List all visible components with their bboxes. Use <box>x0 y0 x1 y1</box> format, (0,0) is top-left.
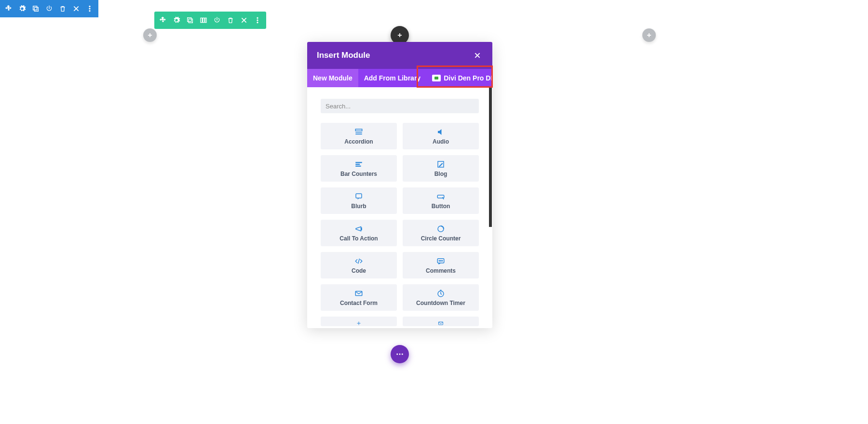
button-icon <box>436 192 445 201</box>
gear-icon[interactable] <box>16 3 28 14</box>
tab-divi-den-pro[interactable]: Divi Den Pro DM <box>426 69 492 87</box>
svg-rect-0 <box>33 6 37 10</box>
comments-icon <box>436 257 445 265</box>
svg-rect-7 <box>201 18 202 22</box>
svg-rect-13 <box>355 129 362 131</box>
close-icon[interactable] <box>238 14 250 26</box>
module-label: Audio <box>433 138 449 145</box>
module-label: Blurb <box>351 203 366 210</box>
svg-rect-1 <box>34 7 38 11</box>
svg-point-10 <box>257 17 258 19</box>
scrollbar[interactable] <box>489 87 492 227</box>
svg-point-30 <box>396 354 398 355</box>
move-icon[interactable] <box>3 3 14 14</box>
module-partial[interactable] <box>403 317 479 326</box>
module-label: Contact Form <box>340 300 378 306</box>
circle-icon <box>436 225 445 233</box>
svg-rect-5 <box>188 18 191 22</box>
mail-icon <box>436 320 445 326</box>
tab-add-from-library[interactable]: Add From Library <box>358 69 426 87</box>
add-module-left-button[interactable] <box>143 28 157 42</box>
accordion-icon <box>354 128 363 136</box>
power-icon[interactable] <box>43 3 55 14</box>
module-blog[interactable]: Blog <box>403 155 479 182</box>
cta-icon <box>354 225 363 233</box>
svg-point-4 <box>89 10 91 12</box>
gear-icon[interactable] <box>171 14 182 26</box>
tab-label: New Module <box>313 74 353 82</box>
mail-icon <box>354 289 363 298</box>
blog-icon <box>436 160 445 169</box>
module-label: Accordion <box>344 138 373 145</box>
module-label: Call To Action <box>339 235 378 242</box>
plus-icon <box>354 320 363 326</box>
module-label: Countdown Timer <box>416 300 465 306</box>
module-bar-counters[interactable]: Bar Counters <box>321 155 397 182</box>
columns-icon[interactable] <box>198 14 209 26</box>
close-modal-button[interactable] <box>472 50 483 61</box>
module-partial[interactable] <box>321 317 397 326</box>
trash-icon[interactable] <box>225 14 236 26</box>
svg-rect-9 <box>205 18 206 22</box>
search-input[interactable] <box>321 99 479 113</box>
divi-den-icon <box>432 75 441 81</box>
svg-point-11 <box>257 20 258 21</box>
module-circle-counter[interactable]: Circle Counter <box>403 220 479 246</box>
add-module-right-button[interactable] <box>642 28 656 42</box>
tab-label: Divi Den Pro DM <box>444 74 492 82</box>
svg-point-3 <box>89 8 91 10</box>
svg-point-25 <box>440 260 441 261</box>
module-label: Blog <box>434 171 448 177</box>
audio-icon <box>436 128 445 136</box>
modal-tabs: New Module Add From Library Divi Den Pro… <box>307 69 492 87</box>
insert-module-modal: Insert Module New Module Add From Librar… <box>307 42 492 328</box>
module-label: Bar Counters <box>340 171 377 177</box>
more-icon[interactable] <box>252 14 263 26</box>
module-blurb[interactable]: Blurb <box>321 187 397 214</box>
module-code[interactable]: Code <box>321 252 397 278</box>
clock-icon <box>436 289 445 298</box>
module-label: Button <box>432 203 450 210</box>
svg-point-24 <box>439 260 440 261</box>
section-toolbar <box>0 0 98 17</box>
modal-header: Insert Module <box>307 42 492 69</box>
module-label: Circle Counter <box>421 235 461 242</box>
page-settings-button[interactable] <box>391 345 409 363</box>
move-icon[interactable] <box>157 14 169 26</box>
module-label: Comments <box>426 267 456 274</box>
module-contact-form[interactable]: Contact Form <box>321 284 397 311</box>
duplicate-icon[interactable] <box>184 14 196 26</box>
search-wrap <box>321 99 479 113</box>
svg-point-26 <box>442 260 443 261</box>
power-icon[interactable] <box>211 14 223 26</box>
svg-point-31 <box>399 354 401 355</box>
code-icon <box>354 257 363 265</box>
module-cta[interactable]: Call To Action <box>321 220 397 246</box>
module-label: Code <box>352 267 366 274</box>
blurb-icon <box>354 192 363 201</box>
svg-point-12 <box>257 22 258 23</box>
tab-label: Add From Library <box>364 74 420 82</box>
svg-point-32 <box>402 354 403 355</box>
module-audio[interactable]: Audio <box>403 123 479 149</box>
svg-point-2 <box>89 6 91 7</box>
bars-icon <box>354 160 363 169</box>
module-accordion[interactable]: Accordion <box>321 123 397 149</box>
duplicate-icon[interactable] <box>30 3 41 14</box>
svg-rect-8 <box>203 18 204 22</box>
tab-new-module[interactable]: New Module <box>307 69 358 87</box>
more-icon[interactable] <box>84 3 95 14</box>
modules-grid: Accordion Audio Bar Counters Blog Blurb <box>321 123 479 326</box>
module-comments[interactable]: Comments <box>403 252 479 278</box>
svg-rect-20 <box>356 194 362 198</box>
modal-body: Accordion Audio Bar Counters Blog Blurb <box>307 87 492 328</box>
trash-icon[interactable] <box>57 3 68 14</box>
modal-title: Insert Module <box>317 51 370 60</box>
module-button[interactable]: Button <box>403 187 479 214</box>
svg-rect-6 <box>189 19 192 23</box>
module-countdown-timer[interactable]: Countdown Timer <box>403 284 479 311</box>
row-toolbar <box>154 12 266 29</box>
close-icon[interactable] <box>70 3 82 14</box>
